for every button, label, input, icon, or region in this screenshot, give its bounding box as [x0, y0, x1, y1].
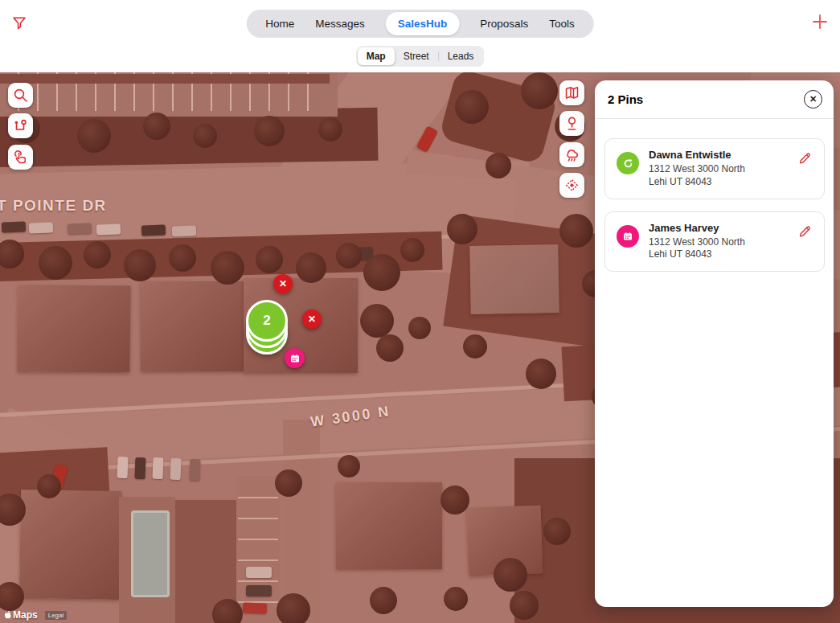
map-tap-select-button[interactable] [8, 145, 33, 170]
car [29, 222, 53, 233]
tree [39, 246, 72, 280]
x-glyph: ✕ [279, 278, 287, 289]
territory-button[interactable] [559, 173, 584, 198]
car [246, 585, 272, 596]
tree [77, 119, 111, 153]
tree [463, 334, 487, 359]
route-icon [13, 118, 28, 133]
close-icon: ✕ [809, 95, 817, 104]
cluster-coin: 2 [246, 300, 288, 342]
tab-map[interactable]: Map [358, 47, 395, 65]
car [135, 457, 146, 479]
building-roof [336, 482, 442, 569]
tree [400, 238, 424, 262]
apple-logo-icon [4, 611, 11, 620]
tree [212, 599, 243, 623]
car [190, 459, 201, 481]
folded-map-icon [564, 85, 580, 100]
map-attribution: Maps Legal [4, 609, 67, 621]
plus-icon [810, 12, 830, 31]
tree [360, 304, 394, 338]
pool [131, 510, 170, 597]
tree [521, 72, 558, 109]
car [153, 457, 164, 479]
road [283, 420, 320, 623]
red-car [243, 602, 267, 613]
pins-panel: 2 Pins ✕ Dawna Entwistle 1312 West 3000 … [595, 80, 834, 607]
apple-maps-brand: Maps [4, 609, 38, 621]
tree [408, 317, 431, 339]
recurring-icon [622, 158, 634, 170]
nav-tab-messages[interactable]: Messages [315, 18, 365, 30]
x-glyph: ✕ [308, 314, 316, 325]
tree [363, 254, 400, 291]
edit-pin-button[interactable] [798, 223, 813, 240]
map-search-button[interactable] [8, 83, 33, 108]
legal-link[interactable]: Legal [45, 611, 68, 620]
pin-card-list: Dawna Entwistle 1312 West 3000 North Leh… [595, 119, 834, 272]
hedge-row [0, 74, 330, 84]
nav-tab-proposals[interactable]: Proposals [480, 18, 528, 30]
tree [124, 249, 156, 281]
weather-button[interactable] [559, 142, 584, 167]
car [2, 221, 26, 232]
pin-address-line2: Lehi UT 84043 [649, 176, 789, 189]
pin-address-line1: 1312 West 3000 North [649, 163, 789, 176]
tree [559, 214, 593, 248]
tree [254, 116, 285, 146]
map-marker-x[interactable]: ✕ [273, 274, 293, 293]
map-marker-calendar[interactable] [285, 348, 305, 368]
tree [143, 113, 170, 140]
filter-funnel-button[interactable] [10, 14, 29, 33]
nav-tab-saleshub[interactable]: SalesHub [386, 12, 460, 35]
pin-card-text: James Harvey 1312 West 3000 North Lehi U… [649, 222, 789, 262]
tree [486, 153, 511, 178]
tree [193, 124, 217, 148]
edit-pin-button[interactable] [798, 150, 813, 167]
nav-tab-home[interactable]: Home [265, 18, 294, 30]
pin-address-line2: Lehi UT 84043 [649, 248, 789, 261]
pin-cluster-marker[interactable]: 2 [246, 300, 288, 355]
tree [376, 334, 404, 362]
tree [338, 455, 360, 477]
map-route-button[interactable] [8, 113, 33, 138]
tree [494, 558, 527, 592]
tree [336, 243, 362, 268]
map-canvas[interactable]: T POINTE DR W 3000 N [0, 72, 840, 623]
building-roof [19, 490, 121, 600]
tree [447, 214, 477, 244]
territory-icon [564, 178, 580, 193]
pencil-icon [798, 223, 813, 238]
view-switcher: Map Street Leads [356, 46, 485, 67]
tab-street[interactable]: Street [395, 47, 438, 65]
nav-tab-tools[interactable]: Tools [549, 18, 575, 30]
drop-pin-button[interactable] [559, 111, 584, 136]
add-button[interactable] [809, 12, 830, 33]
tree [370, 587, 397, 614]
rain-cloud-icon [564, 147, 580, 162]
cluster-count: 2 [263, 313, 270, 329]
map-marker-x[interactable]: ✕ [302, 309, 322, 329]
tree [84, 241, 111, 268]
tab-leads[interactable]: Leads [439, 47, 483, 65]
car [246, 567, 272, 578]
tree [526, 359, 556, 389]
pin-name: James Harvey [649, 222, 789, 234]
calendar-icon [622, 231, 633, 242]
car [96, 223, 121, 235]
pin-card[interactable]: James Harvey 1312 West 3000 North Lehi U… [604, 211, 825, 273]
pin-name: Dawna Entwistle [649, 149, 789, 161]
pin-card-text: Dawna Entwistle 1312 West 3000 North Leh… [649, 149, 789, 189]
tree [277, 593, 310, 623]
tree [543, 518, 571, 545]
close-panel-button[interactable]: ✕ [804, 90, 822, 109]
pencil-icon [798, 150, 813, 165]
map-layers-button[interactable] [559, 80, 584, 105]
tree [0, 582, 24, 611]
building-roof [141, 281, 244, 371]
calendar-icon [289, 353, 301, 364]
tree [169, 244, 196, 272]
pin-card[interactable]: Dawna Entwistle 1312 West 3000 North Leh… [604, 138, 825, 199]
tree [296, 252, 326, 283]
main-nav: Home Messages SalesHub Proposals Tools [246, 10, 594, 38]
